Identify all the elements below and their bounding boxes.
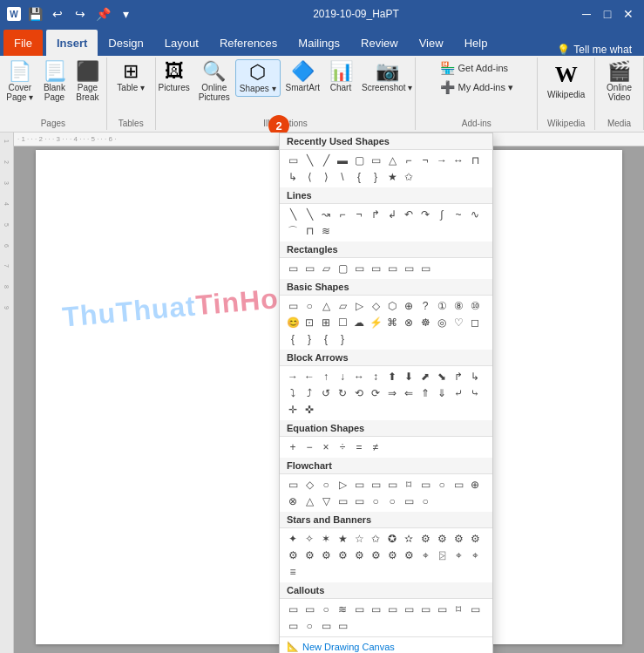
shape-item[interactable]: = — [351, 439, 367, 455]
shape-item[interactable]: ⌒ — [285, 223, 301, 239]
shape-item[interactable]: ⍄ — [434, 548, 450, 563]
my-addins-button[interactable]: ➕ My Add-ins ▾ — [437, 78, 517, 96]
shape-item[interactable]: ⌖ — [417, 548, 433, 563]
online-video-button[interactable]: 🎬 OnlineVideo — [603, 59, 635, 105]
shape-item[interactable]: ○ — [384, 493, 400, 509]
shape-item[interactable]: ○ — [318, 602, 334, 617]
shape-item[interactable]: ~ — [451, 207, 466, 222]
tell-me-tab[interactable]: 💡 Tell me what — [548, 44, 641, 56]
shape-item[interactable]: ↔ — [351, 369, 367, 384]
cover-page-button[interactable]: 📄 CoverPage ▾ — [3, 59, 37, 105]
shape-item[interactable]: ◇ — [302, 477, 317, 493]
shape-item[interactable]: ⚙ — [417, 531, 433, 547]
shape-item[interactable]: ⬊ — [434, 369, 450, 384]
shape-item[interactable]: △ — [384, 153, 400, 168]
shape-item[interactable]: ⌑ — [401, 477, 417, 493]
shape-item[interactable]: ▭ — [351, 493, 367, 509]
shape-item[interactable]: ↑ — [318, 369, 334, 384]
online-pictures-button[interactable]: 🔍 OnlinePictures — [195, 59, 234, 105]
pin-button[interactable]: 📌 — [94, 5, 112, 23]
tab-insert[interactable]: Insert — [46, 30, 98, 56]
shape-item[interactable]: ⊗ — [401, 315, 417, 330]
shape-item[interactable]: ☸ — [417, 315, 433, 330]
shape-item[interactable]: ▭ — [285, 261, 301, 276]
shape-item[interactable]: ⟩ — [318, 169, 334, 185]
save-button[interactable]: 💾 — [26, 5, 44, 23]
shape-item[interactable]: ☁ — [351, 315, 367, 330]
shape-item[interactable]: ▭ — [401, 602, 417, 617]
shape-item[interactable]: ⚡ — [368, 315, 383, 330]
shape-item[interactable]: ✧ — [302, 531, 317, 547]
shape-item[interactable]: ✫ — [401, 531, 417, 547]
shape-item[interactable]: ⌐ — [335, 207, 350, 222]
shape-item[interactable]: ▭ — [351, 602, 367, 617]
shape-item[interactable]: ≡ — [285, 564, 301, 580]
smartart-button[interactable]: 🔷 SmartArt — [282, 59, 323, 95]
tab-mailings[interactable]: Mailings — [288, 30, 350, 56]
shape-item[interactable]: ▭ — [467, 602, 483, 617]
shape-item[interactable]: ○ — [318, 477, 334, 493]
shape-item[interactable]: ✶ — [318, 531, 334, 547]
redo-button[interactable]: ↪ — [71, 5, 89, 23]
shape-item[interactable]: ✩ — [401, 169, 417, 185]
shape-item[interactable]: ⌑ — [451, 602, 466, 617]
shape-item[interactable]: ⑩ — [467, 298, 483, 314]
shape-item[interactable]: ¬ — [417, 153, 433, 168]
shape-item[interactable]: } — [335, 331, 350, 347]
shape-item[interactable]: × — [318, 439, 334, 455]
shape-item[interactable]: ▷ — [351, 298, 367, 314]
shape-item[interactable]: ⚙ — [368, 548, 383, 563]
shape-item[interactable]: ╱ — [318, 153, 334, 168]
shape-item[interactable]: ◎ — [434, 315, 450, 330]
shape-item[interactable]: + — [285, 439, 301, 455]
shape-item[interactable]: ✜ — [302, 402, 317, 418]
shape-item[interactable]: △ — [318, 298, 334, 314]
shape-item[interactable]: ⚙ — [401, 548, 417, 563]
shape-item[interactable]: ♡ — [451, 315, 466, 330]
shape-item[interactable]: ⚙ — [467, 531, 483, 547]
shape-item[interactable]: ⇐ — [401, 385, 417, 401]
shape-item[interactable]: ↱ — [451, 369, 466, 384]
shape-item[interactable]: ∫ — [434, 207, 450, 222]
shape-item[interactable]: ⑧ — [451, 298, 466, 314]
shape-item[interactable]: ↳ — [467, 369, 483, 384]
shape-item[interactable]: ▬ — [335, 153, 350, 168]
shape-item[interactable]: ⤶ — [451, 385, 466, 401]
shape-item[interactable]: ÷ — [335, 439, 350, 455]
shape-item[interactable]: ✪ — [384, 531, 400, 547]
shape-item[interactable]: ▭ — [368, 477, 383, 493]
shape-item[interactable]: ▭ — [368, 153, 383, 168]
shape-item[interactable]: ╲ — [302, 207, 317, 222]
shape-item[interactable]: ○ — [417, 493, 433, 509]
shape-item[interactable]: ⬆ — [384, 369, 400, 384]
shape-item[interactable]: ▢ — [335, 261, 350, 276]
shape-item[interactable]: ▭ — [451, 477, 466, 493]
shape-item[interactable]: ▭ — [401, 493, 417, 509]
minimize-button[interactable]: ─ — [578, 5, 595, 23]
shape-item[interactable]: ▭ — [384, 261, 400, 276]
shape-item[interactable]: ▭ — [302, 602, 317, 617]
shape-item[interactable]: ✩ — [368, 531, 383, 547]
shape-item[interactable]: ⬡ — [384, 298, 400, 314]
blank-page-button[interactable]: 📃 BlankPage — [38, 59, 70, 105]
shape-item[interactable]: ▭ — [401, 261, 417, 276]
shape-item[interactable]: ▭ — [368, 602, 383, 617]
shape-item[interactable]: ▭ — [351, 477, 367, 493]
shape-item[interactable]: ↻ — [335, 385, 350, 401]
shape-item[interactable]: ▭ — [285, 602, 301, 617]
shape-item[interactable]: ⚙ — [434, 531, 450, 547]
maximize-button[interactable]: □ — [599, 5, 616, 23]
shape-item[interactable]: ▭ — [285, 618, 301, 634]
shape-item[interactable]: ▭ — [335, 493, 350, 509]
undo-button[interactable]: ↩ — [49, 5, 66, 23]
shape-item[interactable]: ⚙ — [451, 531, 466, 547]
shape-item[interactable]: ○ — [302, 298, 317, 314]
shape-item[interactable]: ⤷ — [467, 385, 483, 401]
shape-item[interactable]: ⤵ — [285, 385, 301, 401]
shape-item[interactable]: ⟨ — [302, 169, 317, 185]
shape-item[interactable]: ⚙ — [285, 548, 301, 563]
get-addins-button[interactable]: 🏪 Get Add-ins — [437, 59, 517, 77]
shape-item[interactable]: ▭ — [285, 298, 301, 314]
shape-item[interactable]: ▭ — [417, 477, 433, 493]
shape-item[interactable]: ⟲ — [351, 385, 367, 401]
